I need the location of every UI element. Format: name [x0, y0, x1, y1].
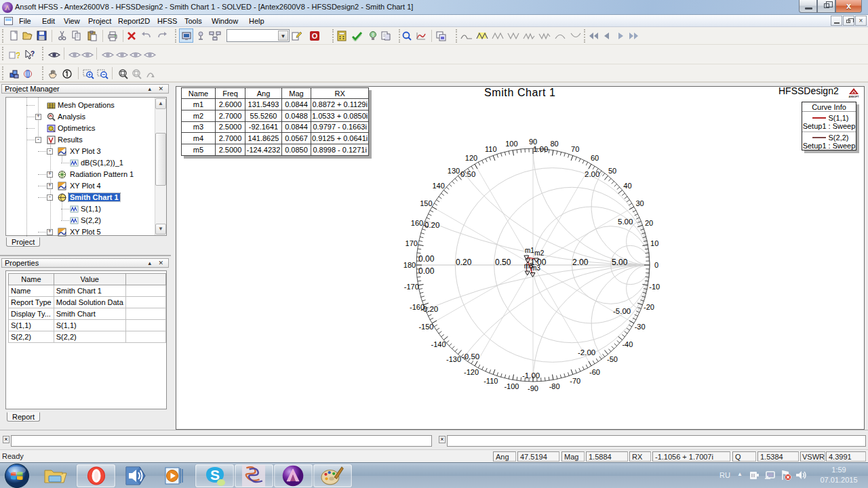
svg-text:-120: -120 — [464, 368, 479, 376]
svg-text:-140: -140 — [431, 340, 446, 348]
svg-text:m1: m1 — [525, 247, 534, 254]
svg-text:50: 50 — [608, 167, 616, 175]
svg-text:60: 60 — [591, 154, 599, 162]
svg-text:-10: -10 — [649, 283, 660, 291]
svg-text:-30: -30 — [635, 323, 646, 331]
svg-text:!: ! — [372, 32, 374, 38]
svg-text:30: 30 — [635, 199, 644, 207]
svg-text:5.00: 5.00 — [618, 218, 633, 226]
svg-text:40: 40 — [623, 182, 631, 190]
svg-text:-5.00: -5.00 — [613, 307, 631, 315]
svg-text:-1.00: -1.00 — [522, 371, 540, 380]
svg-text:-70: -70 — [570, 377, 580, 385]
svg-text:-40: -40 — [622, 340, 633, 348]
svg-text:170: 170 — [406, 239, 418, 247]
svg-text:0.20: 0.20 — [425, 221, 439, 229]
svg-text:-90: -90 — [528, 384, 538, 392]
svg-text:110: 110 — [485, 145, 497, 153]
svg-text:-20: -20 — [644, 303, 654, 311]
svg-text:1.00: 1.00 — [533, 145, 548, 153]
svg-text:-130: -130 — [446, 355, 461, 363]
svg-text:160: 160 — [411, 219, 423, 227]
svg-text:-110: -110 — [484, 377, 498, 385]
svg-text:-80: -80 — [549, 382, 560, 390]
svg-text:0.50: 0.50 — [495, 258, 511, 267]
svg-text:120: 120 — [465, 154, 477, 162]
svg-text:0.00: 0.00 — [418, 266, 435, 276]
svg-text:2.00: 2.00 — [585, 170, 599, 178]
svg-text:5.00: 5.00 — [612, 258, 628, 267]
svg-text:-100: -100 — [504, 382, 519, 390]
svg-text:150: 150 — [420, 199, 432, 207]
svg-text:?: ? — [31, 50, 35, 58]
svg-text:0.50: 0.50 — [460, 170, 475, 178]
svg-text:2.00: 2.00 — [572, 258, 589, 267]
svg-text:m3: m3 — [531, 264, 540, 272]
svg-text:-0.20: -0.20 — [420, 305, 438, 313]
svg-text:10: 10 — [650, 239, 658, 247]
svg-text:140: 140 — [432, 182, 444, 190]
svg-text:130: 130 — [448, 167, 460, 175]
svg-text:100: 100 — [505, 140, 517, 148]
svg-text:-50: -50 — [607, 355, 618, 363]
svg-text:80: 80 — [550, 140, 558, 148]
svg-text:-0.50: -0.50 — [462, 352, 479, 361]
svg-text:-60: -60 — [589, 368, 600, 376]
svg-text:m2: m2 — [534, 249, 544, 257]
svg-text:0.20: 0.20 — [456, 258, 472, 267]
svg-text:-150: -150 — [418, 323, 433, 331]
svg-text:-170: -170 — [404, 283, 419, 291]
svg-text:-2.00: -2.00 — [578, 348, 595, 357]
svg-text:70: 70 — [571, 145, 579, 153]
svg-text:0: 0 — [654, 261, 658, 269]
svg-text:180: 180 — [403, 261, 416, 269]
svg-text:?: ? — [16, 50, 20, 60]
svg-text:0.00: 0.00 — [418, 254, 435, 264]
svg-text:O: O — [312, 32, 318, 40]
svg-text:20: 20 — [645, 219, 653, 227]
